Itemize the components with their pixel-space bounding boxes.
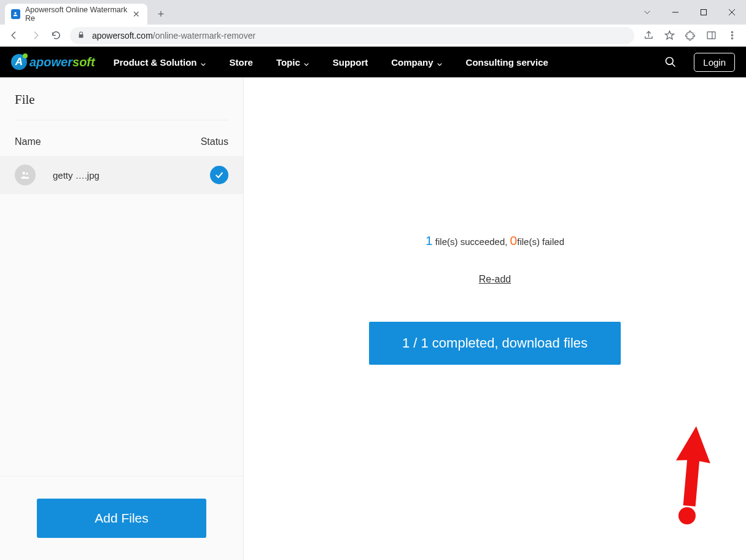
share-icon[interactable]: [638, 25, 659, 46]
search-icon[interactable]: [664, 56, 677, 68]
failed-count: 0: [510, 233, 518, 247]
file-sidebar: File Name Status getty ….jpg Add Files: [0, 77, 244, 560]
extensions-icon[interactable]: [680, 25, 701, 46]
check-circle-icon: [210, 166, 228, 184]
tab-title: Apowersoft Online Watermark Re: [25, 6, 131, 23]
sidebar-title: File: [0, 77, 243, 120]
svg-rect-5: [707, 32, 715, 39]
succeeded-label: file(s) succeeded,: [433, 236, 510, 247]
sidepanel-icon[interactable]: [701, 25, 721, 46]
browser-address-bar: apowersoft.com/online-watermark-remover: [0, 25, 746, 47]
brand-name-a: apower: [29, 55, 72, 69]
nav-product[interactable]: Product & Solution: [114, 57, 206, 68]
main-panel: 1 file(s) succeeded, 0file(s) failed Re-…: [244, 77, 746, 560]
download-button[interactable]: 1 / 1 completed, download files: [369, 322, 621, 365]
file-status: [210, 166, 228, 184]
svg-point-12: [23, 172, 26, 175]
nav-support[interactable]: Support: [333, 57, 368, 68]
chevron-down-icon: [200, 59, 206, 65]
succeeded-count: 1: [425, 233, 433, 247]
file-columns-header: Name Status: [0, 120, 243, 156]
svg-point-10: [666, 58, 674, 65]
star-icon[interactable]: [659, 25, 680, 46]
tab-close-icon[interactable]: ✕: [131, 9, 141, 19]
url-domain: apowersoft.com: [92, 31, 153, 41]
svg-marker-14: [672, 425, 713, 507]
svg-point-7: [731, 31, 732, 33]
sidebar-footer: Add Files: [0, 476, 243, 560]
svg-point-15: [678, 507, 696, 524]
new-tab-button[interactable]: +: [152, 6, 169, 23]
window-minimize-icon[interactable]: [661, 0, 690, 25]
url-path: /online-watermark-remover: [153, 31, 255, 41]
nav-reload-button[interactable]: [45, 25, 66, 46]
nav-consulting[interactable]: Consulting service: [466, 57, 548, 68]
file-row[interactable]: getty ….jpg: [0, 156, 243, 194]
chevron-down-icon: [303, 59, 309, 65]
re-add-link[interactable]: Re-add: [479, 274, 511, 285]
svg-point-8: [731, 34, 732, 36]
login-button[interactable]: Login: [694, 53, 735, 72]
brand-name-b: soft: [72, 55, 95, 69]
content-area: File Name Status getty ….jpg Add Files 1…: [0, 77, 746, 560]
site-header: A apowersoft Product & Solution Store To…: [0, 47, 746, 77]
svg-line-11: [672, 64, 675, 67]
brand-logo[interactable]: A apowersoft: [11, 54, 95, 70]
omnibox[interactable]: apowersoft.com/online-watermark-remover: [70, 27, 634, 44]
file-avatar-icon: [15, 165, 36, 185]
col-status: Status: [201, 136, 228, 147]
nav-forward-button[interactable]: [25, 25, 45, 46]
nav-store[interactable]: Store: [230, 57, 253, 68]
window-controls: [633, 0, 746, 25]
svg-marker-4: [665, 31, 674, 39]
svg-point-9: [731, 37, 732, 39]
result-summary: 1 file(s) succeeded, 0file(s) failed: [425, 233, 564, 248]
svg-point-13: [26, 173, 28, 174]
col-name: Name: [15, 136, 41, 147]
nav-company[interactable]: Company: [391, 57, 442, 68]
annotation-arrow-icon: [674, 426, 710, 533]
nav-topic[interactable]: Topic: [276, 57, 309, 68]
lock-icon: [77, 31, 86, 41]
browser-tab[interactable]: Apowersoft Online Watermark Re ✕: [5, 4, 147, 25]
add-files-button[interactable]: Add Files: [37, 499, 206, 538]
file-name: getty ….jpg: [53, 170, 99, 181]
window-close-icon[interactable]: [718, 0, 746, 25]
failed-label: file(s) failed: [517, 236, 564, 247]
browser-tab-strip: Apowersoft Online Watermark Re ✕ +: [0, 0, 746, 25]
svg-rect-1: [701, 10, 707, 15]
tab-favicon: [11, 9, 20, 19]
window-maximize-icon[interactable]: [690, 0, 718, 25]
brand-mark-icon: A: [11, 54, 27, 70]
nav-back-button[interactable]: [4, 25, 25, 46]
window-caret-icon[interactable]: [633, 0, 661, 25]
browser-menu-icon[interactable]: [721, 25, 742, 46]
chevron-down-icon: [437, 59, 443, 65]
